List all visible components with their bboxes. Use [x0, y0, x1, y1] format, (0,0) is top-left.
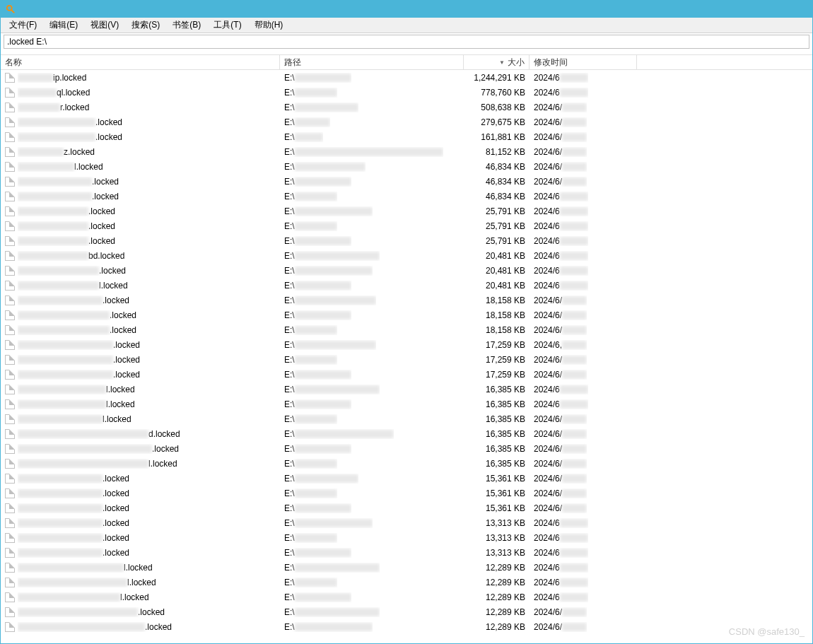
date-prefix: 2024/6: [534, 73, 560, 83]
table-row[interactable]: l.lockedE:\12,289 KB2024/6: [1, 590, 812, 604]
table-row[interactable]: r.lockedE:\508,638 KB2024/6/: [1, 100, 812, 115]
table-row[interactable]: ql.lockedE:\778,760 KB2024/6: [1, 85, 812, 100]
table-row[interactable]: .lockedE:\25,791 KB2024/6: [1, 204, 812, 218]
table-row[interactable]: .lockedE:\25,791 KB2024/6: [1, 218, 812, 233]
cell-date: 2024/6: [530, 263, 637, 278]
table-row[interactable]: .lockedE:\17,259 KB2024/6/: [1, 352, 812, 367]
cell-size: 16,385 KB: [464, 441, 530, 456]
table-row[interactable]: ip.lockedE:\1,244,291 KB2024/6: [1, 70, 812, 85]
menu-bookmarks[interactable]: 书签(B): [167, 18, 206, 33]
cell-name: .locked: [1, 500, 280, 515]
column-header-name[interactable]: 名称: [1, 55, 280, 69]
cell-size: 18,158 KB: [464, 322, 530, 337]
table-row[interactable]: .lockedE:\18,158 KB2024/6/: [1, 293, 812, 308]
file-icon: [5, 444, 15, 454]
redacted-path: [295, 222, 337, 230]
filename-suffix: l.locked: [74, 162, 103, 172]
cell-size: 15,361 KB: [464, 486, 530, 500]
menu-help[interactable]: 帮助(H): [249, 18, 289, 33]
table-row[interactable]: .lockedE:\13,313 KB2024/6: [1, 530, 812, 545]
menu-edit[interactable]: 编辑(E): [44, 18, 83, 33]
table-row[interactable]: .lockedE:\46,834 KB2024/6: [1, 189, 812, 204]
table-row[interactable]: .lockedE:\12,289 KB2024/6/: [1, 604, 812, 619]
search-bar[interactable]: [4, 35, 809, 49]
redacted-date: [560, 237, 588, 245]
cell-date: 2024/6/: [530, 471, 637, 486]
filename-suffix: .locked: [99, 266, 126, 276]
table-row[interactable]: l.lockedE:\16,385 KB2024/6: [1, 382, 812, 397]
file-icon: [5, 251, 15, 261]
table-row[interactable]: .lockedE:\20,481 KB2024/6: [1, 263, 812, 278]
cell-size: 12,289 KB: [464, 590, 530, 604]
menu-search[interactable]: 搜索(S): [126, 18, 165, 33]
redacted-date: [562, 356, 587, 364]
table-row[interactable]: l.lockedE:\12,289 KB2024/6: [1, 560, 812, 575]
file-icon: [5, 295, 15, 305]
filename-suffix: l.locked: [99, 281, 128, 291]
cell-path: E:\: [280, 337, 464, 352]
table-row[interactable]: .lockedE:\46,834 KB2024/6/: [1, 174, 812, 189]
table-row[interactable]: .lockedE:\279,675 KB2024/6/: [1, 115, 812, 129]
menu-file[interactable]: 文件(F): [4, 18, 42, 33]
path-prefix: E:\: [284, 563, 295, 573]
table-row[interactable]: .lockedE:\13,313 KB2024/6: [1, 545, 812, 560]
column-header-path[interactable]: 路径: [280, 55, 464, 69]
table-row[interactable]: .lockedE:\15,361 KB2024/6/: [1, 500, 812, 515]
table-row[interactable]: l.lockedE:\46,834 KB2024/6/: [1, 159, 812, 174]
menu-tools[interactable]: 工具(T): [208, 18, 247, 33]
redacted-path: [295, 237, 351, 245]
titlebar[interactable]: [1, 1, 812, 18]
cell-size: 16,385 KB: [464, 456, 530, 471]
table-row[interactable]: l.lockedE:\16,385 KB2024/6: [1, 397, 812, 411]
cell-name: .locked: [1, 471, 280, 486]
cell-date: 2024/6/: [530, 426, 637, 441]
filename-suffix: .locked: [110, 325, 136, 335]
table-row[interactable]: .lockedE:\18,158 KB2024/6/: [1, 308, 812, 322]
redacted-date: [562, 177, 587, 186]
table-row[interactable]: .lockedE:\15,361 KB2024/6/: [1, 471, 812, 486]
search-input[interactable]: [7, 37, 806, 47]
redacted-path: [295, 549, 351, 557]
column-header-size[interactable]: ▼ 大小: [464, 55, 530, 69]
cell-path: E:\: [280, 426, 464, 441]
redacted-date: [562, 608, 587, 616]
cell-name: ip.locked: [1, 70, 280, 85]
redacted-name: [18, 385, 106, 394]
table-row[interactable]: d.lockedE:\16,385 KB2024/6/: [1, 426, 812, 441]
table-row[interactable]: l.lockedE:\20,481 KB2024/6: [1, 278, 812, 293]
file-icon: [5, 206, 15, 216]
redacted-date: [562, 133, 587, 141]
cell-size: 81,152 KB: [464, 144, 530, 159]
redacted-name: [18, 177, 92, 186]
table-row[interactable]: .lockedE:\18,158 KB2024/6/: [1, 322, 812, 337]
results-list[interactable]: ip.lockedE:\1,244,291 KB2024/6ql.lockedE…: [1, 70, 812, 643]
redacted-date: [560, 192, 588, 201]
table-row[interactable]: .lockedE:\16,385 KB2024/6/: [1, 441, 812, 456]
table-row[interactable]: bd.lockedE:\20,481 KB2024/6: [1, 248, 812, 263]
path-prefix: E:\: [284, 399, 295, 409]
table-row[interactable]: .lockedE:\15,361 KB2024/6/: [1, 486, 812, 500]
table-row[interactable]: l.lockedE:\16,385 KB2024/6/: [1, 411, 812, 426]
date-prefix: 2024/6/: [534, 117, 562, 127]
cell-date: 2024/6/: [530, 174, 637, 189]
file-icon: [5, 103, 15, 112]
menu-view[interactable]: 视图(V): [85, 18, 124, 33]
cell-size: 18,158 KB: [464, 293, 530, 308]
table-row[interactable]: .lockedE:\12,289 KB2024/6/: [1, 619, 812, 634]
path-prefix: E:\: [284, 132, 295, 142]
date-prefix: 2024/6: [534, 88, 560, 98]
cell-name: l.locked: [1, 278, 280, 293]
table-row[interactable]: l.lockedE:\12,289 KB2024/6: [1, 575, 812, 590]
table-row[interactable]: l.lockedE:\16,385 KB2024/6/: [1, 456, 812, 471]
cell-name: .locked: [1, 515, 280, 530]
file-icon: [5, 73, 15, 83]
table-row[interactable]: .lockedE:\161,881 KB2024/6/: [1, 129, 812, 144]
table-row[interactable]: z.lockedE:\81,152 KB2024/6/: [1, 144, 812, 159]
column-header-date[interactable]: 修改时间: [530, 55, 637, 69]
app-icon: [5, 4, 16, 15]
table-row[interactable]: .lockedE:\25,791 KB2024/6: [1, 233, 812, 248]
table-row[interactable]: .lockedE:\17,259 KB2024/6,: [1, 337, 812, 352]
table-row[interactable]: .lockedE:\17,259 KB2024/6/: [1, 367, 812, 382]
cell-size: 16,385 KB: [464, 382, 530, 397]
table-row[interactable]: .lockedE:\13,313 KB2024/6: [1, 515, 812, 530]
